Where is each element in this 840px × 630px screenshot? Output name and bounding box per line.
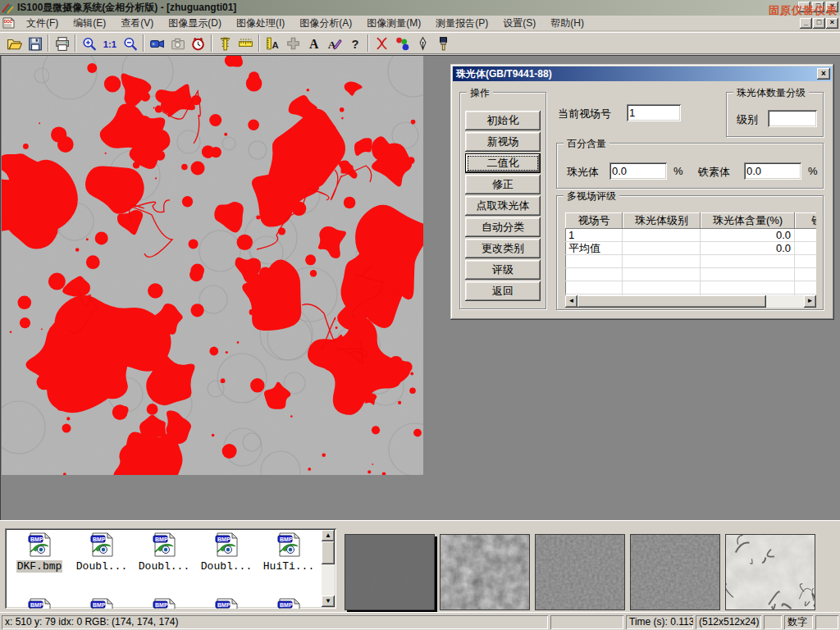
menu-item-6[interactable]: 图像分析(A) (292, 16, 359, 31)
toolbar-one-to-one-button[interactable]: 1:1 (99, 34, 120, 52)
file-item-HuiTi---[interactable]: BMPHuiTi... (258, 532, 319, 573)
op-button-6[interactable]: 自动分类 (465, 217, 541, 237)
menu-item-7[interactable]: 图像测量(M) (359, 16, 428, 31)
clock-icon (190, 36, 206, 51)
toolbar-text-a-button[interactable]: A (304, 34, 324, 52)
current-view-input[interactable] (627, 104, 681, 121)
dialog-title-bar[interactable]: 珠光体(GB/T9441-88) × (453, 66, 832, 81)
toolbar-measure-text-button[interactable]: A (262, 34, 283, 52)
bmp-file-icon: BMP (276, 597, 302, 609)
menu-item-1[interactable]: 文件(F) (19, 16, 66, 31)
file-vertical-scrollbar[interactable]: ▲ ▼ (322, 530, 335, 607)
ferrite-percent-input[interactable] (744, 162, 801, 180)
op-button-8[interactable]: 评级 (465, 260, 541, 280)
table-row[interactable] (565, 281, 816, 294)
svg-text:DOC: DOC (4, 20, 13, 24)
table-cell (565, 281, 623, 294)
minimize-button[interactable]: _ (798, 2, 810, 12)
scroll-thumb[interactable] (578, 295, 766, 308)
table-column-header[interactable]: 珠光体级别 (623, 212, 701, 229)
print-icon (54, 36, 70, 51)
toolbar-print-button[interactable] (52, 34, 72, 52)
file-item-partial[interactable]: BMP (196, 597, 257, 609)
file-item-Doubl---[interactable]: BMPDoubl... (71, 532, 132, 573)
micrograph-thumbnail-4[interactable] (630, 534, 720, 610)
menu-item-9[interactable]: 设置(S) (495, 16, 543, 31)
op-button-4[interactable]: 修正 (465, 175, 541, 194)
table-column-header[interactable]: 铁素体 (795, 212, 816, 229)
toolbar-open-button[interactable] (4, 34, 25, 52)
toolbar-curve-button[interactable] (372, 34, 392, 52)
micrograph-thumbnail-5[interactable] (725, 534, 815, 610)
grade-input[interactable] (768, 110, 817, 127)
mode-status: 数字 (784, 615, 813, 629)
table-horizontal-scrollbar[interactable]: ◄ ► (565, 295, 816, 308)
toolbar-save-button[interactable] (25, 34, 45, 52)
scroll-down-button[interactable]: ▼ (322, 596, 335, 607)
menu-item-10[interactable]: 帮助(H) (543, 16, 591, 31)
table-header: 视场号珠光体级别珠光体含量(%)铁素体 (565, 212, 816, 229)
document-icon: DOC (2, 17, 16, 29)
file-item-partial[interactable]: BMP (134, 597, 194, 609)
op-button-5[interactable]: 点取珠光体 (465, 196, 541, 216)
menu-item-2[interactable]: 编辑(E) (66, 16, 113, 31)
toolbar-grid-button[interactable] (283, 34, 304, 52)
file-name: Doubl... (138, 560, 190, 573)
scroll-right-button[interactable]: ► (804, 295, 816, 308)
scroll-thumb[interactable] (322, 541, 335, 564)
mdi-restore-button[interactable]: □ (813, 18, 825, 29)
maximize-button[interactable]: □ (812, 2, 824, 12)
scroll-up-button[interactable]: ▲ (322, 530, 335, 541)
table-row[interactable]: 平均值0.0 (565, 242, 816, 255)
pearlite-percent-input[interactable] (609, 162, 667, 180)
menu-item-4[interactable]: 图像显示(D) (161, 16, 229, 31)
file-item-partial[interactable]: BMP (258, 597, 319, 609)
menu-item-3[interactable]: 查看(V) (113, 16, 161, 31)
op-button-7[interactable]: 更改类别 (465, 239, 541, 258)
op-button-3[interactable]: 二值化 (465, 153, 541, 173)
toolbar-zoom-in-button[interactable] (79, 34, 99, 52)
multi-view-table[interactable]: 视场号珠光体级别珠光体含量(%)铁素体10.0平均值0.0 (565, 212, 816, 295)
svg-text:BMP: BMP (30, 536, 43, 542)
toolbar-clock-button[interactable] (188, 34, 208, 52)
dialog-close-button[interactable]: × (817, 68, 830, 80)
toolbar-camcorder-button[interactable] (147, 34, 167, 52)
toolbar-camera-button[interactable] (167, 34, 188, 52)
table-row[interactable] (565, 255, 816, 268)
file-item-Doubl---[interactable]: BMPDoubl... (134, 532, 194, 573)
toolbar-pen-button[interactable] (413, 34, 433, 52)
file-item-partial[interactable]: BMP (9, 597, 70, 609)
file-item-partial[interactable]: BMP (71, 597, 132, 609)
file-item-Doubl---[interactable]: BMPDoubl... (196, 532, 257, 573)
toolbar-balls-button[interactable] (392, 34, 413, 52)
op-button-9[interactable]: 返回 (465, 281, 541, 301)
toolbar-brush-button[interactable] (433, 34, 454, 52)
menu-item-5[interactable]: 图像处理(I) (229, 16, 292, 31)
op-button-2[interactable]: 新视场 (465, 132, 541, 152)
micrograph-thumbnail-1[interactable] (345, 534, 435, 610)
file-name: Doubl... (200, 560, 253, 573)
toolbar-edit-a-button[interactable]: A (324, 34, 345, 52)
menu-item-8[interactable]: 测量报告(P) (428, 16, 495, 31)
micrograph-image[interactable] (2, 56, 423, 475)
table-row[interactable] (565, 268, 816, 281)
close-button[interactable]: × (826, 2, 838, 12)
pen-icon (415, 36, 431, 51)
image-dimensions-status: (512x512x24) (696, 615, 761, 629)
status-panel-empty (764, 615, 782, 629)
table-row[interactable]: 10.0 (565, 229, 816, 242)
mdi-minimize-button[interactable]: _ (800, 18, 812, 29)
table-column-header[interactable]: 珠光体含量(%) (701, 212, 795, 229)
toolbar-help-button[interactable]: ? (345, 34, 365, 52)
toolbar-zoom-out-button[interactable] (120, 34, 140, 52)
op-button-1[interactable]: 初始化 (465, 111, 541, 130)
scroll-left-button[interactable]: ◄ (565, 295, 578, 308)
mdi-close-button[interactable]: × (826, 18, 838, 29)
pearlite-label: 珠光体 (567, 165, 599, 180)
toolbar-caliper-button[interactable] (215, 34, 235, 52)
file-item-DKF-bmp[interactable]: BMPDKF.bmp (9, 532, 70, 573)
micrograph-thumbnail-3[interactable] (535, 534, 625, 610)
toolbar-ruler-button[interactable] (235, 34, 256, 52)
micrograph-thumbnail-2[interactable] (440, 534, 530, 610)
table-column-header[interactable]: 视场号 (565, 212, 623, 229)
